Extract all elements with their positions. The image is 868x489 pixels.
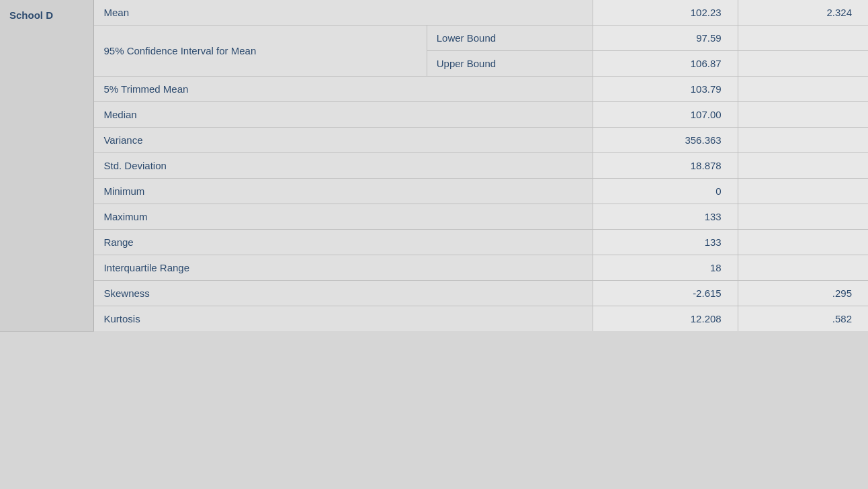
stat-label: Variance <box>94 128 593 153</box>
table-row: Skewness-2.615.295 <box>0 281 868 306</box>
stat-stderr <box>738 51 868 77</box>
statistics-table: School DMean102.232.32495% Confidence In… <box>0 0 868 332</box>
stat-stderr: .295 <box>738 281 868 306</box>
table-row: Std. Deviation18.878 <box>0 153 868 179</box>
table-row: 5% Trimmed Mean103.79 <box>0 77 868 102</box>
stat-label: Interquartile Range <box>94 255 593 281</box>
stat-stderr <box>738 77 868 102</box>
stat-value: 133 <box>593 204 738 230</box>
stat-value: 0 <box>593 179 738 204</box>
stat-stderr <box>738 128 868 153</box>
school-label: School D <box>0 0 94 331</box>
table-row: Variance356.363 <box>0 128 868 153</box>
stat-label: Kurtosis <box>94 306 593 332</box>
stat-stderr <box>738 26 868 51</box>
stat-label: Mean <box>94 0 593 26</box>
table-row: School DMean102.232.324 <box>0 0 868 26</box>
table-row: Maximum133 <box>0 204 868 230</box>
stat-stderr: .582 <box>738 306 868 332</box>
stat-value: -2.615 <box>593 281 738 306</box>
stat-stderr: 2.324 <box>738 0 868 26</box>
stat-label: Range <box>94 230 593 255</box>
stat-stderr <box>738 204 868 230</box>
stat-label: Median <box>94 102 593 128</box>
stat-value: 12.208 <box>593 306 738 332</box>
stat-value: 103.79 <box>593 77 738 102</box>
table-row: Kurtosis12.208.582 <box>0 306 868 332</box>
stat-label: 95% Confidence Interval for Mean <box>94 26 427 77</box>
stat-label: 5% Trimmed Mean <box>94 77 593 102</box>
stat-label: Maximum <box>94 204 593 230</box>
stat-value: 97.59 <box>593 26 738 51</box>
stat-stderr <box>738 102 868 128</box>
stat-value: 133 <box>593 230 738 255</box>
table-row: Range133 <box>0 230 868 255</box>
bound-label: Lower Bound <box>427 26 593 51</box>
stat-label: Minimum <box>94 179 593 204</box>
stat-label: Skewness <box>94 281 593 306</box>
stat-value: 102.23 <box>593 0 738 26</box>
stat-value: 18.878 <box>593 153 738 179</box>
table-row: 95% Confidence Interval for MeanLower Bo… <box>0 26 868 51</box>
stat-stderr <box>738 255 868 281</box>
statistics-table-container: School DMean102.232.32495% Confidence In… <box>0 0 868 489</box>
stat-label: Std. Deviation <box>94 153 593 179</box>
stat-stderr <box>738 230 868 255</box>
table-row: Minimum0 <box>0 179 868 204</box>
bound-label: Upper Bound <box>427 51 593 77</box>
stat-value: 18 <box>593 255 738 281</box>
stat-value: 106.87 <box>593 51 738 77</box>
table-row: Interquartile Range18 <box>0 255 868 281</box>
stat-stderr <box>738 153 868 179</box>
table-row: Median107.00 <box>0 102 868 128</box>
stat-stderr <box>738 179 868 204</box>
stat-value: 356.363 <box>593 128 738 153</box>
stat-value: 107.00 <box>593 102 738 128</box>
